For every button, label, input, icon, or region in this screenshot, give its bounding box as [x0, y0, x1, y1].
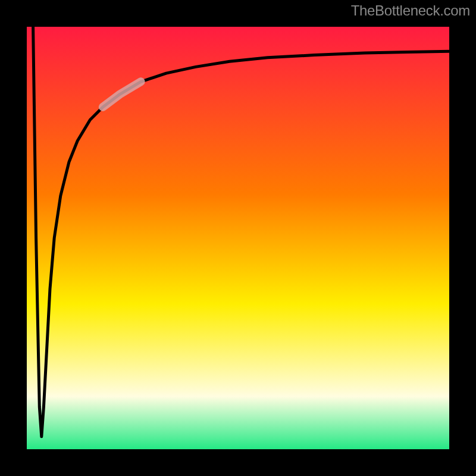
bottleneck-chart: [0, 0, 476, 476]
plot-area: [18, 18, 458, 458]
attribution-text: TheBottleneck.com: [351, 2, 470, 19]
